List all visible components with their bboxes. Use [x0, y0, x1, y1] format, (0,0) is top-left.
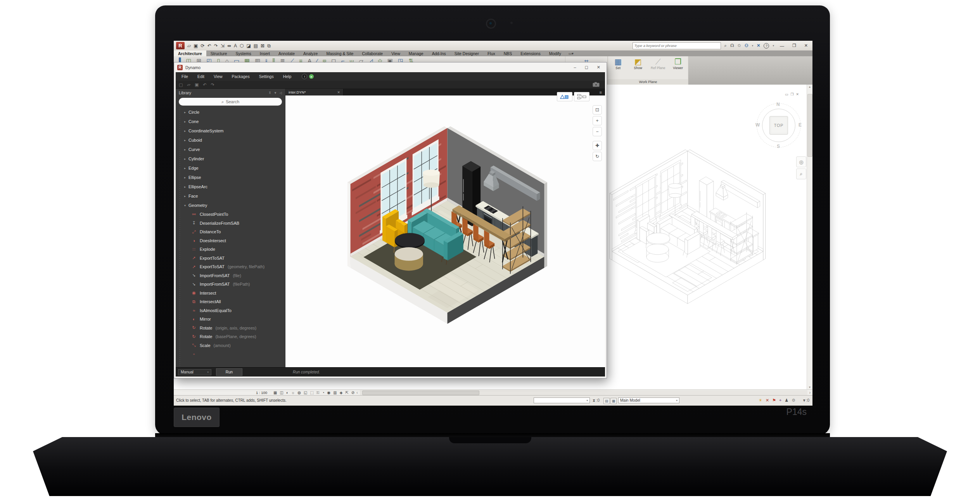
open-icon[interactable]: ▱ — [187, 82, 190, 87]
aligned-dimension-icon[interactable]: ⇹ — [227, 43, 231, 49]
save-icon[interactable]: ▣ — [195, 82, 199, 87]
minimize-button[interactable]: — — [778, 43, 786, 48]
background-processes-icon[interactable]: ⚙ — [792, 398, 795, 403]
revit-menu-icon[interactable]: R — [176, 42, 185, 49]
ribbon-tab-structure[interactable]: Structure — [206, 50, 232, 56]
view-scale[interactable]: 1 : 100 — [256, 390, 267, 395]
ribbon-tab-modify[interactable]: Modify — [545, 50, 565, 56]
shadows-icon[interactable]: ☼ — [291, 390, 295, 395]
dynamo-maximize-button[interactable]: ◻ — [585, 65, 588, 70]
active-workset-icon[interactable]: ▤ — [603, 398, 610, 404]
library-method-rotate[interactable]: ↻Rotate(basePlane, degrees) — [176, 332, 285, 341]
close-inactive-icon[interactable]: ⊠ — [261, 43, 264, 49]
ribbon-tab-architecture[interactable]: Architecture — [174, 50, 206, 56]
ribbon-tab-insert[interactable]: Insert — [256, 50, 274, 56]
worksets-icon[interactable]: ☀ — [759, 398, 762, 403]
undo-icon[interactable]: ↶ — [203, 82, 206, 87]
vertical-scroll-thumb[interactable] — [807, 94, 812, 157]
library-method-intersectall[interactable]: ⧉IntersectAll — [176, 297, 285, 306]
press-drag-icon[interactable]: ♟ — [785, 398, 788, 403]
library-dock-icon[interactable]: ⊼ — [269, 91, 271, 95]
library-category-coordinatesystem[interactable]: ▸CoordinateSystem — [176, 126, 285, 135]
library-method-mirror[interactable]: ◐Mirror — [176, 315, 285, 324]
samples-icon[interactable]: ▸ — [309, 74, 314, 79]
dynamo-minimize-button[interactable]: – — [574, 65, 576, 70]
ribbon-tab-extensions[interactable]: Extensions — [516, 50, 544, 56]
library-filter-icon[interactable]: ▼ — [274, 91, 277, 95]
sign-in-icon[interactable]: ⚇ — [745, 43, 748, 48]
link-pin-icon[interactable]: ⚑ — [772, 398, 776, 403]
sign-in-caret-icon[interactable]: ▾ — [752, 44, 754, 47]
library-category-geometry[interactable]: ▾Geometry — [176, 201, 285, 210]
dynamo-titlebar[interactable]: R Dynamo – ◻ ✕ — [176, 62, 605, 72]
ribbon-tab-collaborate[interactable]: Collaborate — [358, 50, 387, 56]
dynamo-canvas[interactable]: inter.DYN* ✕ ≡ — [285, 89, 605, 367]
fit-view-button[interactable]: ⊡ — [593, 105, 602, 115]
scroll-right-icon[interactable]: › — [807, 390, 812, 395]
tab-close-icon[interactable]: ✕ — [337, 90, 340, 94]
communication-center-icon[interactable]: ☊ — [730, 43, 734, 48]
library-method-intersect[interactable]: ◉Intersect — [176, 289, 285, 298]
compass-south[interactable]: S — [777, 144, 780, 149]
undo-icon[interactable]: ↶ — [207, 43, 211, 49]
show-crop-icon[interactable]: ⬚ — [310, 390, 313, 395]
menu-settings[interactable]: Settings — [255, 74, 278, 79]
detail-level-icon[interactable]: ▦ — [273, 390, 277, 395]
close-button[interactable]: ✕ — [802, 43, 810, 48]
library-collapse-icon[interactable]: ◁ — [280, 91, 282, 95]
library-method-explode[interactable]: ∷Explode — [176, 245, 285, 254]
ribbon-tab-manage[interactable]: Manage — [404, 50, 428, 56]
library-method-scale[interactable]: ⤡Scale(amount) — [176, 341, 285, 350]
geometry-view-toggle[interactable] — [557, 92, 572, 101]
workplane-viewer-button[interactable]: ❒Viewer — [669, 57, 687, 70]
library-method-closestpointto[interactable]: ⚯ClosestPointTo — [176, 210, 285, 219]
view-restore-icon[interactable]: ▭ — [785, 92, 788, 96]
library-method-deserializefromsab[interactable]: ↧DeserializeFromSAB — [176, 219, 285, 228]
library-method-importfromsat[interactable]: ➘ImportFromSAT(filePath) — [176, 280, 285, 289]
compass-west[interactable]: W — [755, 122, 760, 128]
ribbon-tab-annotate[interactable]: Annotate — [274, 50, 299, 56]
design-option-select[interactable]: ▾ — [534, 397, 590, 403]
library-category-curve[interactable]: ▸Curve — [176, 145, 285, 154]
library-category-face[interactable]: ▸Face — [176, 191, 285, 201]
library-method-doesintersect[interactable]: ◑DoesIntersect — [176, 236, 285, 245]
ribbon-tab-massing-site[interactable]: Massing & Site — [322, 50, 358, 56]
library-method-isalmostequalto[interactable]: ≈IsAlmostEqualTo — [176, 306, 285, 315]
zoom-in-button[interactable]: + — [593, 116, 602, 125]
library-category-ellipsearc[interactable]: ▸EllipseArc — [176, 182, 285, 191]
sun-path-icon[interactable]: ◐ — [286, 390, 289, 395]
worksharing-display-icon[interactable]: ▥ — [333, 390, 337, 395]
ribbon-tab-systems[interactable]: Systems — [231, 50, 255, 56]
favorites-icon[interactable]: ✩ — [738, 43, 741, 48]
redo-icon[interactable]: ↷ — [214, 43, 218, 49]
menu-view[interactable]: View — [209, 74, 227, 79]
section-icon[interactable]: ◪ — [246, 43, 251, 49]
help-icon[interactable]: ? — [764, 43, 769, 49]
run-mode-select[interactable]: Manual▾ — [178, 369, 211, 375]
run-button[interactable]: Run — [216, 368, 242, 376]
ribbon-tab-site-designer[interactable]: Site Designer — [450, 50, 483, 56]
dynamo-close-button[interactable]: ✕ — [597, 65, 600, 70]
compass-north[interactable]: N — [776, 102, 780, 107]
view-close-icon[interactable]: ✕ — [796, 92, 799, 96]
lock-view-icon[interactable]: ⚿ — [316, 390, 320, 395]
menu-help[interactable]: Help — [279, 74, 296, 79]
library-category-cylinder[interactable]: ▸Cylinder — [176, 154, 285, 163]
reveal-hidden-icon[interactable]: ◉ — [327, 390, 331, 395]
workspace-tab[interactable]: inter.DYN* ✕ — [285, 89, 344, 95]
render-icon[interactable]: ◍ — [297, 390, 301, 395]
compass-east[interactable]: E — [799, 122, 802, 128]
zoom-out-button[interactable]: − — [593, 127, 602, 136]
library-category-ellipse[interactable]: ▸Ellipse — [176, 173, 285, 182]
menu-packages[interactable]: Packages — [228, 74, 254, 79]
ribbon-state-icon[interactable]: ▭▾ — [569, 50, 574, 56]
ribbon-tab-nbs[interactable]: NBS — [500, 50, 517, 56]
ribbon-tab-view[interactable]: View — [387, 50, 404, 56]
scroll-left-icon[interactable]: ‹ — [354, 390, 360, 395]
search-icon[interactable]: ⌕ — [724, 43, 727, 48]
exclude-options-icon[interactable]: ⌖ — [779, 398, 781, 403]
editable-only-icon[interactable]: ✕ — [766, 398, 769, 403]
open-icon[interactable]: ▱ — [187, 43, 191, 49]
exchange-apps-icon[interactable]: ✕ — [757, 43, 760, 48]
horizontal-scroll-thumb[interactable] — [362, 390, 479, 395]
